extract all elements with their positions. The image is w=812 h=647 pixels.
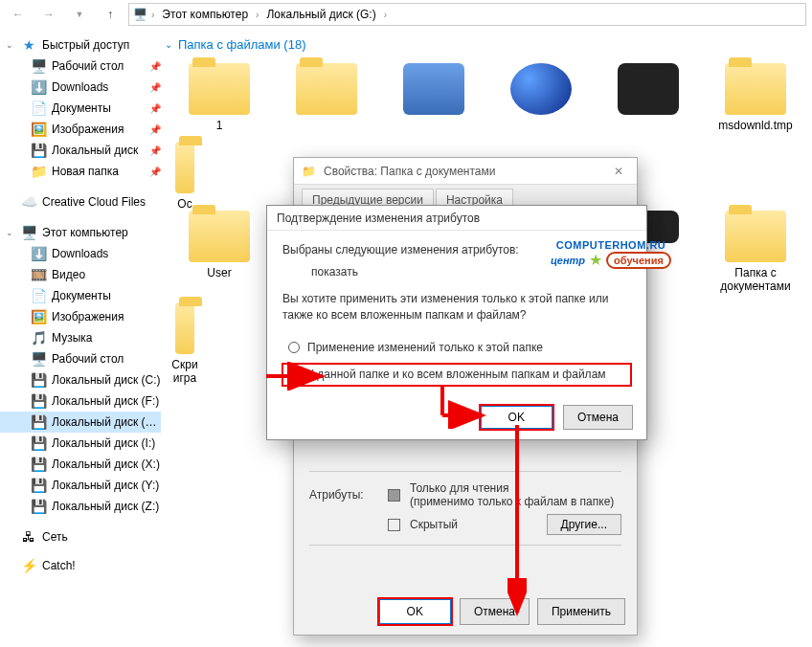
star-icon: ★ [20,36,37,54]
pin-icon: 📌 [149,82,161,93]
drive-icon: 💾 [30,498,47,515]
tree-downloads[interactable]: ⬇️Downloads📌 [0,77,161,98]
tree-item[interactable]: ⬇️Downloads [0,243,161,264]
readonly-note: (применимо только к файлам в папке) [410,495,614,508]
radio-folder-only[interactable]: Применение изменений только к этой папке [282,337,631,359]
tree-item[interactable]: 🎵Музыка [0,327,161,348]
folder-icon [725,211,786,262]
readonly-checkbox[interactable] [388,489,400,502]
navigation-tree: ⌄★ Быстрый доступ 🖥️Рабочий стол📌 ⬇️Down… [0,31,161,647]
forward-button[interactable]: → [36,3,61,26]
tree-item-selected[interactable]: 💾Локальный диск (G:) [0,412,161,433]
pin-icon: 📌 [149,145,161,156]
folder-item[interactable]: Oc [170,142,199,211]
pictures-icon: 🖼️ [30,308,47,325]
drive-icon: 💾 [30,413,47,431]
up-button[interactable]: ↑ [98,3,123,26]
pin-icon: 📌 [149,167,161,177]
tree-item[interactable]: 💾Локальный диск (Y:) [0,475,161,496]
address-bar: ← → ▼ ↑ 🖥️ › Этот компьютер › Локальный … [0,0,812,29]
chevron-icon: › [256,10,259,20]
folder-icon [189,211,250,262]
readonly-label: Только для чтения [410,481,508,495]
folder-icon [725,63,786,115]
apply-button[interactable]: Применить [537,598,625,625]
tree-item[interactable]: 🖼️Изображения [0,306,161,327]
dialog-title: Свойства: Папка с документами [324,165,495,178]
tree-item[interactable]: 🎞️Видео [0,264,161,285]
cancel-button[interactable]: Отмена [460,598,530,625]
back-button[interactable]: ← [6,3,31,26]
tree-this-pc[interactable]: ⌄🖥️Этот компьютер [0,222,161,243]
tree-item[interactable]: 💾Локальный диск (I:) [0,433,161,454]
pin-icon: 📌 [149,61,161,72]
folder-item[interactable]: Скри игра [170,302,199,385]
dialog-titlebar[interactable]: 📁 Свойства: Папка с документами ✕ [294,158,637,185]
hidden-checkbox[interactable] [388,519,400,531]
network-icon: 🖧 [20,528,37,546]
tree-pictures[interactable]: 🖼️Изображения📌 [0,119,161,140]
folder-item[interactable]: User [170,211,268,293]
tree-item[interactable]: 🖥️Рабочий стол [0,348,161,369]
dropdown-history[interactable]: ▼ [67,3,92,26]
drive-icon: 💾 [30,371,47,389]
tree-catch[interactable]: ⚡Catch! [0,555,161,576]
folder-item[interactable] [278,63,375,132]
radio-recursive[interactable]: К данной папке и ко всем вложенным папка… [282,364,631,386]
cancel-button[interactable]: Отмена [563,405,633,430]
ok-button[interactable]: OK [480,405,553,430]
tree-newfolder[interactable]: 📁Новая папка📌 [0,161,161,182]
breadcrumb-this-pc[interactable]: Этот компьютер [158,8,252,21]
close-button[interactable]: ✕ [608,165,629,178]
tree-item[interactable]: 📄Документы [0,285,161,306]
tree-item[interactable]: 💾Локальный диск (X:) [0,454,161,475]
confirm-dialog: Подтверждение изменения атрибутов Выбран… [266,205,647,440]
address-input[interactable]: 🖥️ › Этот компьютер › Локальный диск (G:… [128,3,806,26]
folder-icon [296,63,357,115]
tree-network[interactable]: 🖧Сеть [0,526,161,547]
device-icon [618,63,679,115]
drive-icon: 💾 [30,435,47,452]
documents-icon: 📄 [30,100,47,117]
pin-icon: 📌 [149,124,161,135]
folder-item[interactable] [385,63,483,132]
pin-icon: 📌 [149,103,161,114]
folder-item[interactable]: Папка с документами [707,211,804,293]
group-header[interactable]: ⌄ Папка с файлами (18) [161,31,812,57]
tree-documents[interactable]: 📄Документы📌 [0,98,161,119]
folder-item[interactable]: 1 [170,63,268,132]
confirm-msg1: Выбраны следующие изменения атрибутов: [282,242,631,258]
tree-quick-access[interactable]: ⌄★ Быстрый доступ [0,34,161,56]
downloads-icon: ⬇️ [30,78,47,96]
folder-icon [175,142,194,193]
breadcrumb-drive[interactable]: Локальный диск (G:) [262,8,379,21]
pc-icon: 🖥️ [133,8,147,21]
desktop-icon: 🖥️ [30,57,47,75]
radio-icon [288,369,300,381]
confirm-change: показать [282,264,631,280]
tree-desktop[interactable]: 🖥️Рабочий стол📌 [0,56,161,77]
documents-icon: 📄 [30,287,47,304]
folder-item[interactable] [599,63,697,132]
app-icon [403,63,464,115]
folder-icon: 📁 [30,163,47,180]
desktop-icon: 🖥️ [30,350,47,368]
radio-icon [288,342,300,353]
tree-item[interactable]: 💾Локальный диск (F:) [0,390,161,412]
other-button[interactable]: Другие... [547,514,621,535]
tree-creative-cloud[interactable]: ☁️Creative Cloud Files [0,191,161,212]
tree-item[interactable]: 💾Локальный диск (C:) [0,369,161,390]
folder-icon [189,63,250,115]
catch-icon: ⚡ [20,557,37,574]
downloads-icon: ⬇️ [30,245,47,262]
ok-button[interactable]: OK [378,598,452,625]
folder-item[interactable]: msdownld.tmp [707,63,804,132]
confirm-msg2: Вы хотите применить эти изменения только… [282,291,631,324]
folder-icon: 📁 [302,165,316,178]
folder-item[interactable] [492,63,590,132]
drive-icon: 💾 [30,477,47,494]
chevron-icon: › [384,10,387,20]
tree-localdisk[interactable]: 💾Локальный диск📌 [0,140,161,161]
folder-icon [175,302,194,354]
tree-item[interactable]: 💾Локальный диск (Z:) [0,496,161,517]
